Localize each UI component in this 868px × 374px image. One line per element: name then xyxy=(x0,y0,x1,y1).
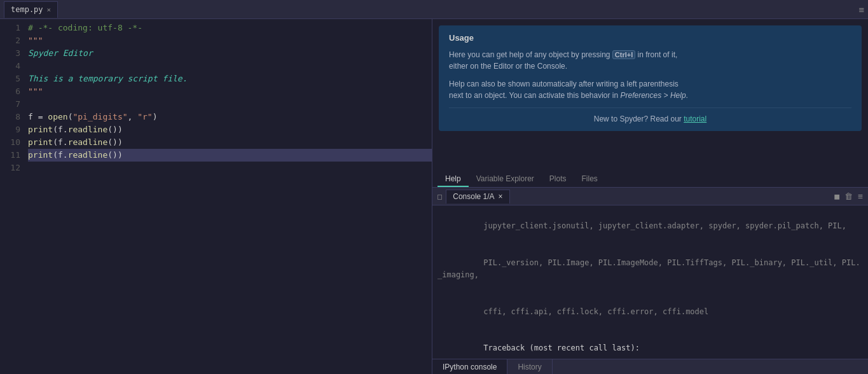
console-menu-button[interactable]: ≡ xyxy=(858,191,863,201)
help-panel: Usage Here you can get help of any objec… xyxy=(432,19,868,172)
stop-button[interactable]: ■ xyxy=(834,191,839,201)
code-line-7 xyxy=(28,98,432,111)
console-imports-3: cffi, cffi.api, cffi.lock, cffi.error, c… xyxy=(437,293,863,330)
tab-plots[interactable]: Plots xyxy=(542,172,574,187)
line-num-11: 11 xyxy=(0,149,20,162)
bottom-tab-history[interactable]: History xyxy=(507,359,552,374)
tab-label: temp.py xyxy=(11,5,43,14)
console-tab-close[interactable]: × xyxy=(499,192,503,201)
code-line-4 xyxy=(28,60,432,73)
usage-bottom: New to Spyder? Read our tutorial xyxy=(449,114,851,123)
tutorial-link[interactable]: tutorial xyxy=(684,114,706,123)
code-line-11: print(f.readline()) xyxy=(28,149,432,162)
code-line-12 xyxy=(28,162,432,174)
line-num-9: 9 xyxy=(0,123,20,136)
console-tab[interactable]: Console 1/A × xyxy=(446,190,509,204)
console-panel: □ Console 1/A × ■ 🗑 ≡ jupyter_client.jso… xyxy=(432,188,868,374)
line-num-6: 6 xyxy=(0,85,20,98)
usage-box: Usage Here you can get help of any objec… xyxy=(439,25,862,131)
code-line-8: f = open("pi_digits", "r") xyxy=(28,111,432,123)
console-traceback: Traceback (most recent call last): xyxy=(437,330,863,359)
top-bar: temp.py × ≡ xyxy=(0,0,868,19)
tab-close-button[interactable]: × xyxy=(47,6,52,14)
console-content[interactable]: jupyter_client.jsonutil, jupyter_client.… xyxy=(432,205,868,359)
tab-variable-explorer[interactable]: Variable Explorer xyxy=(469,172,542,187)
line-num-4: 4 xyxy=(0,60,20,73)
ctrl-key: Ctrl+I xyxy=(612,50,635,59)
usage-divider xyxy=(449,107,851,108)
code-line-9: print(f.readline()) xyxy=(28,123,432,136)
main-content: 1 2 3 4 5 6 7 8 9 10 11 12 # -*- coding:… xyxy=(0,19,868,374)
code-area: 1 2 3 4 5 6 7 8 9 10 11 12 # -*- coding:… xyxy=(0,19,432,374)
clear-button[interactable]: 🗑 xyxy=(844,191,853,201)
menu-button[interactable]: ≡ xyxy=(859,4,864,15)
console-header: □ Console 1/A × ■ 🗑 ≡ xyxy=(432,188,868,205)
console-imports-2: PIL._version, PIL.Image, PIL.ImageMode, … xyxy=(437,245,863,294)
panel-tabs-row: Help Variable Explorer Plots Files xyxy=(432,172,868,188)
console-actions: ■ 🗑 ≡ xyxy=(834,191,863,201)
line-num-2: 2 xyxy=(0,34,20,47)
bottom-tab-ipython[interactable]: IPython console xyxy=(432,359,507,374)
usage-title: Usage xyxy=(449,33,851,43)
usage-para2: Help can also be shown automatically aft… xyxy=(449,78,851,101)
code-line-10: print(f.readline()) xyxy=(28,136,432,149)
line-num-10: 10 xyxy=(0,136,20,149)
console-tab-label: Console 1/A xyxy=(453,192,494,201)
console-imports-1: jupyter_client.jsonutil, jupyter_client.… xyxy=(437,208,863,245)
line-num-3: 3 xyxy=(0,47,20,60)
code-content[interactable]: # -*- coding: utf-8 -*- """ Spyder Edito… xyxy=(25,19,432,374)
code-line-5: This is a temporary script file. xyxy=(28,73,432,85)
usage-para1: Here you can get help of any object by p… xyxy=(449,49,851,72)
line-num-8: 8 xyxy=(0,111,20,123)
usage-text-1: Here you can get help of any object by p… xyxy=(449,50,612,59)
console-icon: □ xyxy=(437,192,442,201)
code-line-3: Spyder Editor xyxy=(28,47,432,60)
right-panel: Usage Here you can get help of any objec… xyxy=(432,19,868,374)
editor-panel: 1 2 3 4 5 6 7 8 9 10 11 12 # -*- coding:… xyxy=(0,19,432,374)
line-num-7: 7 xyxy=(0,98,20,111)
line-numbers: 1 2 3 4 5 6 7 8 9 10 11 12 xyxy=(0,19,25,374)
code-line-6: """ xyxy=(28,85,432,98)
tab-help[interactable]: Help xyxy=(437,172,469,187)
new-to-spyder-text: New to Spyder? Read our xyxy=(594,114,684,123)
editor-tab[interactable]: temp.py × xyxy=(4,1,58,18)
line-num-1: 1 xyxy=(0,22,20,34)
code-line-2: """ xyxy=(28,34,432,47)
line-num-12: 12 xyxy=(0,162,20,174)
line-num-5: 5 xyxy=(0,73,20,85)
tab-files[interactable]: Files xyxy=(574,172,605,187)
bottom-tabs: IPython console History xyxy=(432,359,868,374)
code-line-1: # -*- coding: utf-8 -*- xyxy=(28,22,432,34)
